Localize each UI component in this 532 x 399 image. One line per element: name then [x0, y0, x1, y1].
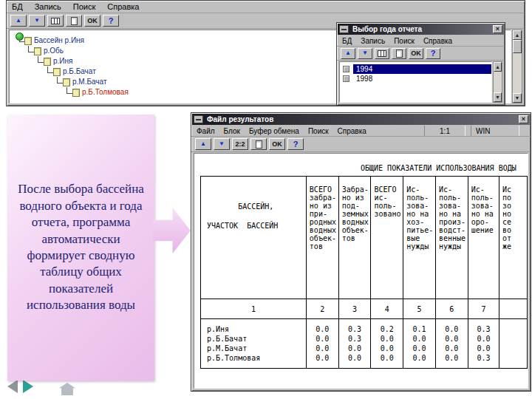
slide: БДЗаписьПоискСправка ▲ ▼ OK ? Бассейн р.… — [0, 0, 532, 399]
table-cell-value — [499, 353, 528, 369]
ok-button[interactable]: OK — [409, 48, 423, 59]
table-cell-value: 0.0 — [435, 319, 468, 335]
home-button[interactable] — [59, 383, 75, 395]
table-row: р.Б.Бачат0.00.30.00.00.00.0 — [201, 334, 528, 344]
scroll-thumb[interactable] — [513, 40, 522, 53]
table-column-header: Ис- поль- зова- но на хоз- питье- вые ну… — [403, 177, 436, 299]
page-mode-button[interactable]: 2:2 — [232, 138, 248, 150]
up-arrow-icon: ▲ — [200, 141, 206, 147]
menu-item[interactable]: Запись — [35, 2, 61, 11]
year-list-item[interactable]: 1998 — [340, 74, 491, 83]
scroll-up-button[interactable]: ▲ — [494, 62, 502, 72]
down-arrow-button[interactable]: ▼ — [358, 48, 372, 59]
close-icon: × — [522, 116, 525, 123]
menu-item[interactable]: Справка — [107, 2, 139, 11]
prev-slide-button[interactable] — [7, 380, 18, 393]
table-cell-value: 0.1 — [403, 319, 436, 335]
tree-connector — [47, 66, 53, 73]
callout-arrow-icon — [153, 208, 191, 253]
year-list-item[interactable]: 1994 — [340, 64, 491, 74]
grid-view-button[interactable] — [47, 15, 64, 27]
up-arrow-button[interactable]: ▲ — [195, 138, 211, 150]
year-scrollbar[interactable]: ▲ ▼ — [493, 61, 502, 103]
tree-item[interactable]: р.Иня — [53, 57, 72, 66]
down-arrow-icon: ▼ — [34, 18, 40, 24]
tree-item[interactable]: р.Б.Толмовая — [82, 88, 129, 97]
help-button[interactable]: ? — [426, 48, 440, 59]
system-menu-dash-icon — [196, 119, 201, 120]
main-menubar: БДЗаписьПоискСправка — [7, 1, 525, 13]
tree-item[interactable]: р.Б.Бачат — [63, 67, 96, 76]
table-cell-value: 0.0 — [468, 334, 499, 344]
tree-scrollbar[interactable]: ▲ ▼ — [512, 30, 522, 103]
table-row-name: р.Б.Толмовая — [201, 353, 307, 369]
year-label: 1998 — [353, 74, 491, 83]
table-cell-value: 0.0 — [435, 353, 468, 369]
year-window-title: Выбор года отчета — [351, 25, 491, 33]
menu-item[interactable]: Поиск — [394, 37, 415, 45]
table-cell-value: 0.0 — [435, 334, 468, 344]
menu-item[interactable]: Буфер обмена — [249, 127, 299, 135]
menu-item[interactable]: Блок — [224, 127, 240, 135]
down-arrow-button[interactable]: ▼ — [29, 15, 45, 27]
table-cell-value — [499, 344, 528, 353]
document-button[interactable] — [250, 138, 267, 150]
tree-item[interactable]: Бассейн р.Иня — [34, 36, 84, 45]
next-slide-button[interactable] — [23, 380, 33, 393]
results-menu-items: ФайлБлокБуфер обменаПоискСправка — [197, 127, 366, 135]
ok-button[interactable]: OK — [269, 138, 285, 150]
scroll-down-button[interactable]: ▼ — [513, 93, 522, 103]
year-menubar: БДЗаписьПоискСправка — [337, 35, 505, 47]
ok-label: OK — [411, 50, 421, 57]
menu-item[interactable]: Поиск — [73, 2, 95, 11]
table-row: р.Иня0.00.30.20.10.00.3 — [201, 319, 528, 335]
grid-icon — [378, 50, 386, 57]
help-button[interactable]: ? — [103, 15, 119, 27]
grid-view-button[interactable] — [375, 48, 389, 59]
table-column-header: ВСЕГО забра- но из при- родных водных об… — [306, 177, 338, 299]
system-menu-icon[interactable] — [194, 115, 203, 123]
table-row-name: р.Б.Бачат — [201, 334, 307, 344]
up-arrow-icon: ▲ — [16, 18, 21, 24]
close-button[interactable]: × — [519, 115, 528, 123]
callout-text: После выбора бассейна водного объекта и … — [13, 181, 149, 314]
tree-root-icon — [16, 33, 24, 41]
document-button[interactable] — [392, 48, 406, 59]
menu-item[interactable]: Поиск — [308, 127, 329, 135]
help-icon: ? — [293, 140, 299, 149]
year-item-icon — [343, 75, 349, 82]
menu-item[interactable]: Справка — [423, 37, 452, 45]
table-row: р.М.Бачат0.00.00.00.00.00.0 — [201, 344, 528, 353]
up-arrow-button[interactable]: ▲ — [341, 48, 355, 59]
scroll-down-button[interactable]: ▼ — [494, 92, 502, 102]
menu-item[interactable]: Справка — [338, 127, 366, 135]
tree-node-icon — [34, 47, 41, 55]
document-button[interactable] — [66, 15, 82, 27]
table-column-number: 1 — [201, 299, 307, 319]
up-arrow-button[interactable]: ▲ — [10, 15, 27, 27]
table-cell-value: 0.0 — [403, 334, 436, 344]
menu-item[interactable]: Файл — [197, 127, 215, 135]
report-heading: ОБЩИЕ ПОКАЗАТЕЛИ ИСПОЛЬЗОВАНИЯ ВОДЫ — [361, 164, 516, 172]
results-toolbar: ▲ ▼ 2:2 OK ? — [191, 137, 531, 152]
table-cell-value: 0.0 — [306, 334, 338, 344]
help-button[interactable]: ? — [287, 138, 304, 150]
menu-item[interactable]: БД — [12, 2, 23, 11]
system-menu-icon[interactable] — [339, 25, 349, 33]
ok-button[interactable]: OK — [84, 15, 100, 27]
table-cell-value: 0.3 — [338, 334, 371, 344]
tree-node-icon — [72, 89, 80, 97]
tree-item[interactable]: р.М.Бачат — [72, 78, 106, 86]
table-row-name: р.М.Бачат — [201, 344, 307, 353]
tree-node-icon — [53, 68, 61, 76]
grid-icon — [51, 18, 60, 24]
menu-item[interactable]: Запись — [361, 37, 385, 45]
scroll-up-button[interactable]: ▲ — [513, 30, 522, 40]
help-icon: ? — [431, 50, 436, 58]
down-arrow-button[interactable]: ▼ — [214, 138, 230, 150]
ok-label: OK — [87, 18, 98, 24]
close-button[interactable]: × — [493, 25, 502, 33]
tree-item[interactable]: р.Обь — [44, 47, 64, 55]
menu-item[interactable]: БД — [342, 37, 352, 45]
table-column-header: Ис- поль- зова- но на произ- водст- венн… — [435, 177, 468, 299]
